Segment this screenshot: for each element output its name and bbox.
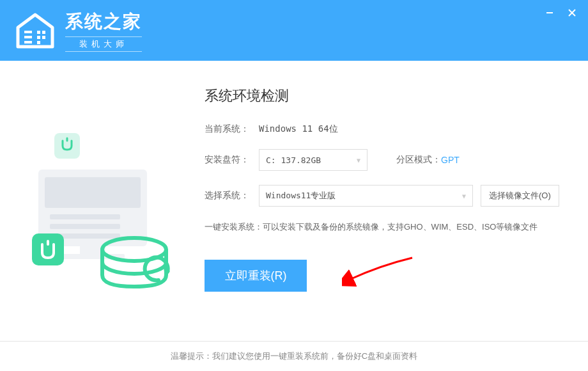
section-title: 系统环境检测 [205,86,569,106]
app-subtitle: 装机大师 [65,36,142,52]
reinstall-button[interactable]: 立即重装(R) [205,260,307,292]
partition-value: GPT [441,155,460,165]
window-controls [543,6,578,19]
content-area: 系统环境检测 当前系统： Windows 11 64位 安装盘符： C: 137… [0,61,588,342]
select-system-select[interactable]: Windows11专业版 ▼ [259,185,473,207]
svg-rect-5 [37,36,40,39]
chevron-down-icon: ▼ [357,157,360,164]
select-system-label: 选择系统： [205,190,259,201]
select-system-row: 选择系统： Windows11专业版 ▼ 选择镜像文件(O) [205,185,569,207]
install-drive-label: 安装盘符： [205,154,259,166]
partition-label: 分区模式： [396,154,441,166]
svg-rect-13 [45,177,141,208]
help-text: 一键安装系统：可以安装下载及备份的系统镜像，支持GHO、WIM、ESD、ISO等… [205,221,569,234]
close-button[interactable] [566,6,578,19]
titlebar: 系统之家 装机大师 [0,0,588,61]
svg-rect-15 [50,224,120,229]
system-illustration-icon [19,122,185,301]
install-drive-value: C: 137.82GB [266,155,321,165]
minimize-button[interactable] [543,6,556,19]
svg-rect-19 [32,233,64,265]
current-system-label: 当前系统： [205,123,259,135]
install-drive-row: 安装盘符： C: 137.82GB ▼ 分区模式： GPT [205,149,569,171]
svg-rect-0 [24,31,32,33]
svg-rect-1 [24,36,32,38]
minimize-icon [545,8,554,17]
svg-rect-3 [37,31,40,34]
app-logo: 系统之家 装机大师 [13,10,142,52]
svg-rect-14 [50,214,120,219]
current-system-value: Windows 11 64位 [259,123,338,135]
close-icon [568,8,576,17]
illustration [19,80,185,342]
footer-tip: 温馨提示：我们建议您使用一键重装系统前，备份好C盘和桌面资料 [0,341,588,371]
install-drive-select[interactable]: C: 137.82GB ▼ [259,149,368,171]
svg-rect-11 [54,133,80,159]
browse-image-button[interactable]: 选择镜像文件(O) [481,185,559,207]
main-panel: 系统环境检测 当前系统： Windows 11 64位 安装盘符： C: 137… [205,80,569,342]
chevron-down-icon: ▼ [462,193,466,200]
current-system-row: 当前系统： Windows 11 64位 [205,123,569,135]
svg-rect-2 [24,41,32,43]
app-title: 系统之家 [65,10,142,34]
svg-rect-4 [42,31,45,34]
house-logo-icon [13,12,58,50]
select-system-value: Windows11专业版 [266,190,336,201]
svg-rect-6 [42,36,45,39]
svg-rect-7 [37,41,40,44]
